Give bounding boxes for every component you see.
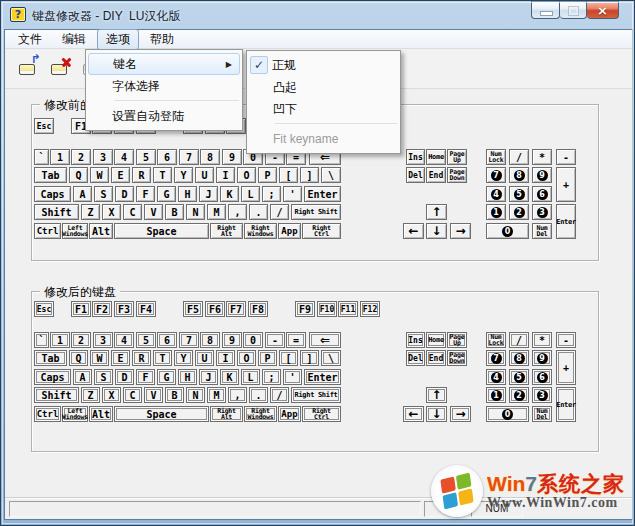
key-y[interactable]: Y — [174, 167, 193, 183]
key-num-del[interactable]: NumDel — [532, 406, 552, 422]
key-space[interactable]: Space — [114, 406, 209, 422]
key-slash[interactable]: / — [270, 387, 289, 403]
key-c[interactable]: C — [123, 204, 142, 220]
close-button[interactable]: × — [587, 1, 619, 19]
key-np-8[interactable]: 8 — [509, 167, 529, 183]
key-shift[interactable]: Shift — [34, 204, 79, 220]
key-f11[interactable]: F11 — [338, 301, 358, 317]
key-np-4[interactable]: 4 — [486, 186, 506, 202]
key-backquote[interactable]: ` — [34, 332, 49, 348]
key-comma[interactable]: , — [228, 204, 247, 220]
titlebar[interactable]: ? 键盘修改器 - DIY LU汉化版 × — [1, 1, 635, 30]
key-np-1[interactable]: 1 — [486, 387, 506, 403]
key-app[interactable]: App — [278, 223, 301, 239]
key-quote[interactable]: ' — [283, 369, 302, 385]
key-ctrl[interactable]: Ctrl — [34, 223, 61, 239]
key-f5[interactable]: F5 — [183, 301, 203, 317]
key-q[interactable]: Q — [69, 167, 88, 183]
key-left-windows[interactable]: LeftWindows — [62, 223, 88, 239]
key-right-windows[interactable]: RightWindows — [244, 223, 277, 239]
key-lbracket[interactable]: [ — [279, 167, 298, 183]
key-x[interactable]: X — [102, 387, 121, 403]
key-home[interactable]: Home — [426, 332, 446, 348]
key-3[interactable]: 3 — [93, 332, 113, 348]
key-n[interactable]: N — [186, 387, 205, 403]
key-np-3[interactable]: 3 — [532, 204, 552, 220]
keyname-submenu-item-sym[interactable]: 凸起 — [247, 76, 400, 98]
minimize-button[interactable] — [531, 1, 560, 19]
key-num-lock[interactable]: NumLock — [486, 149, 506, 165]
key-del[interactable]: Del — [406, 167, 425, 183]
key-app[interactable]: App — [278, 406, 301, 422]
key-r[interactable]: R — [132, 350, 151, 366]
key-alt[interactable]: Alt — [89, 223, 113, 239]
key-num-lock[interactable]: NumLock — [486, 332, 506, 348]
menu-options[interactable]: 选项 — [97, 29, 139, 50]
key-p[interactable]: P — [258, 350, 277, 366]
key-np-plus[interactable]: + — [556, 167, 576, 202]
key-enter[interactable]: Enter — [304, 186, 341, 202]
key-del[interactable]: Del — [406, 350, 425, 366]
key-right-windows[interactable]: RightWindows — [244, 406, 277, 422]
key-r[interactable]: R — [132, 167, 151, 183]
maximize-button[interactable] — [560, 1, 587, 19]
key-z[interactable]: Z — [81, 204, 100, 220]
key-np-3[interactable]: 3 — [532, 387, 552, 403]
key-9[interactable]: 9 — [222, 149, 242, 165]
menu-file[interactable]: 文件 — [9, 29, 51, 50]
options-menu-item-sym[interactable]: 设置自动登陆 — [86, 105, 242, 127]
key-period[interactable]: . — [249, 387, 268, 403]
key-np-6[interactable]: 6 — [532, 186, 552, 202]
key-f8[interactable]: F8 — [248, 301, 268, 317]
load-key-button[interactable]: ↱ — [17, 55, 41, 78]
key-arrow-down[interactable]: ↓ — [426, 406, 447, 422]
key-caps[interactable]: Caps — [34, 186, 71, 202]
key-right-ctrl[interactable]: RightCtrl — [302, 223, 341, 239]
key-slash[interactable]: / — [270, 204, 289, 220]
key-h[interactable]: H — [178, 186, 197, 202]
key-minus[interactable]: - — [265, 332, 285, 348]
key-np-enter[interactable]: Enter — [556, 204, 576, 239]
key-c[interactable]: C — [123, 387, 142, 403]
key-page-down[interactable]: PageDown — [447, 167, 467, 183]
key-e[interactable]: E — [111, 350, 130, 366]
key-semicolon[interactable]: ; — [262, 186, 281, 202]
key-np-2[interactable]: 2 — [509, 204, 529, 220]
key-z[interactable]: Z — [81, 387, 100, 403]
key-b[interactable]: B — [165, 387, 184, 403]
key-s[interactable]: S — [94, 369, 113, 385]
key-5[interactable]: 5 — [136, 149, 156, 165]
key-np-minus[interactable]: - — [556, 149, 576, 165]
key-arrow-up[interactable]: ↑ — [426, 387, 447, 403]
key-a[interactable]: A — [73, 186, 92, 202]
key-backslash[interactable]: \ — [321, 350, 341, 366]
key-arrow-down[interactable]: ↓ — [426, 223, 447, 239]
key-np-enter[interactable]: Enter — [556, 387, 576, 422]
key-f[interactable]: F — [136, 369, 155, 385]
key-shift[interactable]: Shift — [34, 387, 79, 403]
key-ctrl[interactable]: Ctrl — [34, 406, 61, 422]
key-i[interactable]: I — [216, 350, 235, 366]
key-page-up[interactable]: PageUp — [447, 332, 467, 348]
key-arrow-left[interactable]: ← — [403, 223, 424, 239]
key-arrow-right[interactable]: → — [450, 223, 471, 239]
key-comma[interactable]: , — [228, 387, 247, 403]
keyname-submenu-item-sym[interactable]: ✓正规 — [247, 54, 400, 76]
key-np-multiply[interactable]: * — [532, 332, 552, 348]
key-5[interactable]: 5 — [136, 332, 156, 348]
key-t[interactable]: T — [153, 167, 172, 183]
key-g[interactable]: G — [157, 369, 176, 385]
key-period[interactable]: . — [249, 204, 268, 220]
key-esc[interactable]: Esc — [34, 118, 54, 134]
key-f7[interactable]: F7 — [226, 301, 246, 317]
key-m[interactable]: M — [207, 387, 226, 403]
key-f10[interactable]: F10 — [317, 301, 337, 317]
key-4[interactable]: 4 — [114, 149, 134, 165]
key-f3[interactable]: F3 — [114, 301, 134, 317]
key-f[interactable]: F — [136, 186, 155, 202]
key-q[interactable]: Q — [69, 350, 88, 366]
key-np-0[interactable]: 0 — [486, 406, 529, 422]
key-np-minus[interactable]: - — [556, 332, 576, 348]
key-right-ctrl[interactable]: RightCtrl — [302, 406, 341, 422]
key-7[interactable]: 7 — [179, 332, 199, 348]
